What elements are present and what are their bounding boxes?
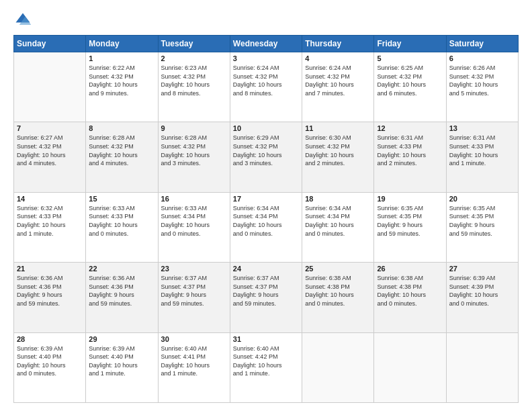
day-number: 27 [449,265,515,273]
day-number: 9 [161,124,227,132]
day-info: Sunrise: 6:30 AM Sunset: 4:32 PM Dayligh… [305,134,371,167]
calendar-cell: 15Sunrise: 6:33 AM Sunset: 4:33 PM Dayli… [86,192,158,262]
day-number: 20 [449,195,515,203]
day-number: 28 [17,335,83,343]
day-info: Sunrise: 6:22 AM Sunset: 4:32 PM Dayligh… [89,64,154,97]
calendar-day-header: Tuesday [158,36,230,52]
calendar-week-row: 7Sunrise: 6:27 AM Sunset: 4:32 PM Daylig… [14,122,519,192]
day-number: 21 [17,265,83,273]
day-number: 22 [89,265,154,273]
day-number: 30 [161,335,227,343]
calendar-cell: 10Sunrise: 6:29 AM Sunset: 4:32 PM Dayli… [230,122,302,192]
day-info: Sunrise: 6:28 AM Sunset: 4:32 PM Dayligh… [89,134,154,167]
calendar-cell: 7Sunrise: 6:27 AM Sunset: 4:32 PM Daylig… [14,122,86,192]
day-info: Sunrise: 6:32 AM Sunset: 4:33 PM Dayligh… [17,204,83,238]
day-info: Sunrise: 6:24 AM Sunset: 4:32 PM Dayligh… [233,64,299,97]
day-number: 7 [17,124,83,132]
day-number: 14 [17,195,83,203]
day-info: Sunrise: 6:33 AM Sunset: 4:34 PM Dayligh… [161,204,227,238]
day-number: 6 [449,54,515,62]
calendar-cell: 24Sunrise: 6:37 AM Sunset: 4:37 PM Dayli… [230,263,302,332]
calendar-cell: 27Sunrise: 6:39 AM Sunset: 4:39 PM Dayli… [446,263,518,332]
day-number: 12 [377,124,443,132]
calendar-week-row: 21Sunrise: 6:36 AM Sunset: 4:36 PM Dayli… [14,263,519,332]
page: SundayMondayTuesdayWednesdayThursdayFrid… [0,0,532,411]
calendar-cell: 23Sunrise: 6:37 AM Sunset: 4:37 PM Dayli… [158,263,230,332]
day-number: 29 [89,335,154,343]
header [13,11,519,30]
calendar-cell: 22Sunrise: 6:36 AM Sunset: 4:36 PM Dayli… [86,263,158,332]
day-info: Sunrise: 6:34 AM Sunset: 4:34 PM Dayligh… [305,204,371,238]
calendar-cell: 26Sunrise: 6:38 AM Sunset: 4:38 PM Dayli… [374,263,446,332]
calendar-cell: 6Sunrise: 6:26 AM Sunset: 4:32 PM Daylig… [446,52,518,122]
calendar-day-header: Thursday [302,36,374,52]
calendar-cell: 4Sunrise: 6:24 AM Sunset: 4:32 PM Daylig… [302,52,374,122]
day-info: Sunrise: 6:23 AM Sunset: 4:32 PM Dayligh… [161,64,227,97]
calendar-cell [374,332,446,402]
calendar-cell: 18Sunrise: 6:34 AM Sunset: 4:34 PM Dayli… [302,192,374,262]
calendar-cell: 1Sunrise: 6:22 AM Sunset: 4:32 PM Daylig… [86,52,158,122]
day-info: Sunrise: 6:37 AM Sunset: 4:37 PM Dayligh… [161,274,227,308]
calendar-day-header: Monday [86,36,158,52]
calendar-day-header: Wednesday [230,36,302,52]
logo-icon [13,11,32,30]
calendar-cell: 9Sunrise: 6:28 AM Sunset: 4:32 PM Daylig… [158,122,230,192]
day-info: Sunrise: 6:25 AM Sunset: 4:32 PM Dayligh… [377,64,443,97]
day-number: 2 [161,54,227,62]
day-info: Sunrise: 6:24 AM Sunset: 4:32 PM Dayligh… [305,64,371,97]
calendar-cell: 29Sunrise: 6:39 AM Sunset: 4:40 PM Dayli… [86,332,158,402]
calendar-cell: 28Sunrise: 6:39 AM Sunset: 4:40 PM Dayli… [14,332,86,402]
calendar-header-row: SundayMondayTuesdayWednesdayThursdayFrid… [14,36,519,52]
day-number: 25 [305,265,371,273]
calendar-day-header: Friday [374,36,446,52]
day-info: Sunrise: 6:40 AM Sunset: 4:42 PM Dayligh… [233,345,299,378]
day-info: Sunrise: 6:39 AM Sunset: 4:40 PM Dayligh… [89,345,154,378]
calendar-cell: 31Sunrise: 6:40 AM Sunset: 4:42 PM Dayli… [230,332,302,402]
day-info: Sunrise: 6:39 AM Sunset: 4:40 PM Dayligh… [17,345,83,378]
day-info: Sunrise: 6:34 AM Sunset: 4:34 PM Dayligh… [233,204,299,238]
day-info: Sunrise: 6:27 AM Sunset: 4:32 PM Dayligh… [17,134,83,167]
logo [13,11,35,30]
calendar-cell: 16Sunrise: 6:33 AM Sunset: 4:34 PM Dayli… [158,192,230,262]
day-number: 5 [377,54,443,62]
day-number: 16 [161,195,227,203]
calendar-cell [446,332,518,402]
day-number: 15 [89,195,154,203]
calendar-day-header: Saturday [446,36,518,52]
day-info: Sunrise: 6:31 AM Sunset: 4:33 PM Dayligh… [377,134,443,167]
day-number: 24 [233,265,299,273]
day-info: Sunrise: 6:26 AM Sunset: 4:32 PM Dayligh… [449,64,515,97]
calendar-cell: 30Sunrise: 6:40 AM Sunset: 4:41 PM Dayli… [158,332,230,402]
day-number: 1 [89,54,154,62]
day-info: Sunrise: 6:31 AM Sunset: 4:33 PM Dayligh… [449,134,515,167]
calendar-week-row: 28Sunrise: 6:39 AM Sunset: 4:40 PM Dayli… [14,332,519,402]
day-number: 19 [377,195,443,203]
day-info: Sunrise: 6:36 AM Sunset: 4:36 PM Dayligh… [17,274,83,308]
day-number: 13 [449,124,515,132]
calendar-table: SundayMondayTuesdayWednesdayThursdayFrid… [13,35,519,403]
day-info: Sunrise: 6:35 AM Sunset: 4:35 PM Dayligh… [449,204,515,238]
day-info: Sunrise: 6:29 AM Sunset: 4:32 PM Dayligh… [233,134,299,167]
calendar-cell: 25Sunrise: 6:38 AM Sunset: 4:38 PM Dayli… [302,263,374,332]
calendar-cell: 20Sunrise: 6:35 AM Sunset: 4:35 PM Dayli… [446,192,518,262]
calendar-day-header: Sunday [14,36,86,52]
day-number: 3 [233,54,299,62]
day-info: Sunrise: 6:40 AM Sunset: 4:41 PM Dayligh… [161,345,227,378]
calendar-cell: 14Sunrise: 6:32 AM Sunset: 4:33 PM Dayli… [14,192,86,262]
day-info: Sunrise: 6:37 AM Sunset: 4:37 PM Dayligh… [233,274,299,308]
calendar-cell: 5Sunrise: 6:25 AM Sunset: 4:32 PM Daylig… [374,52,446,122]
calendar-cell [14,52,86,122]
calendar-cell: 3Sunrise: 6:24 AM Sunset: 4:32 PM Daylig… [230,52,302,122]
day-number: 10 [233,124,299,132]
calendar-cell: 13Sunrise: 6:31 AM Sunset: 4:33 PM Dayli… [446,122,518,192]
calendar-week-row: 14Sunrise: 6:32 AM Sunset: 4:33 PM Dayli… [14,192,519,262]
calendar-cell: 11Sunrise: 6:30 AM Sunset: 4:32 PM Dayli… [302,122,374,192]
day-info: Sunrise: 6:35 AM Sunset: 4:35 PM Dayligh… [377,204,443,238]
calendar-week-row: 1Sunrise: 6:22 AM Sunset: 4:32 PM Daylig… [14,52,519,122]
day-number: 11 [305,124,371,132]
day-info: Sunrise: 6:36 AM Sunset: 4:36 PM Dayligh… [89,274,154,308]
calendar-cell: 17Sunrise: 6:34 AM Sunset: 4:34 PM Dayli… [230,192,302,262]
day-number: 8 [89,124,154,132]
day-number: 17 [233,195,299,203]
day-info: Sunrise: 6:39 AM Sunset: 4:39 PM Dayligh… [449,274,515,308]
